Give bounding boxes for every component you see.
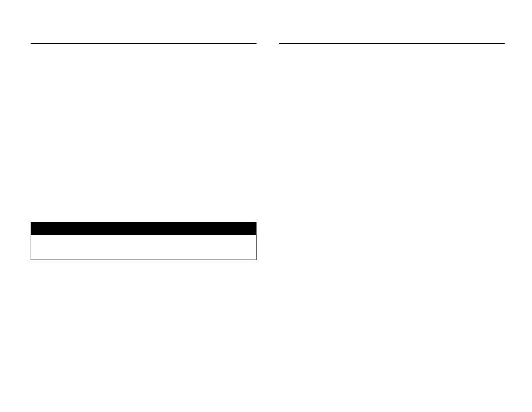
right-column-rule xyxy=(279,43,505,44)
table-header-row xyxy=(31,223,256,235)
table-row xyxy=(31,235,256,260)
document-page xyxy=(0,0,532,412)
content-table xyxy=(31,222,257,260)
left-column-rule xyxy=(31,43,257,44)
